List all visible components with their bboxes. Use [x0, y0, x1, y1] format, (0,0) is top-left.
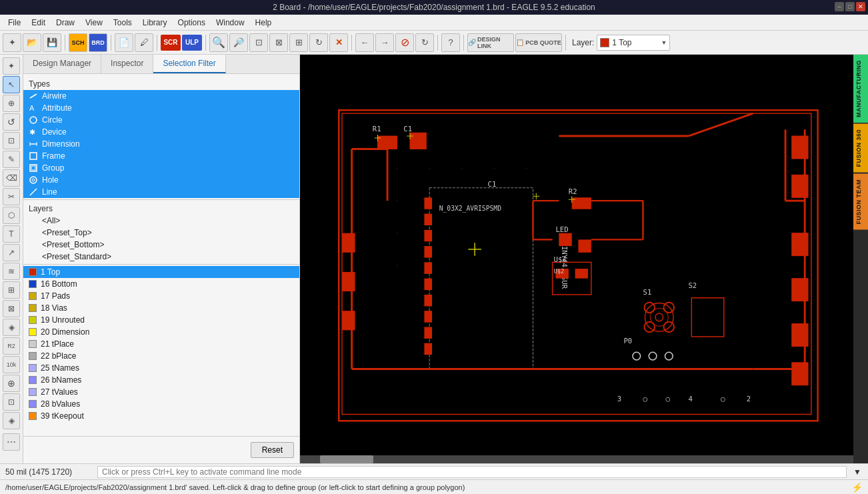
- fusion-team-panel-button[interactable]: FUSION TEAM: [853, 174, 868, 230]
- help-button[interactable]: ?: [441, 33, 460, 52]
- command-input[interactable]: [97, 466, 847, 478]
- tool-mirror[interactable]: ⊡: [3, 132, 20, 149]
- svg-text:2: 2: [747, 395, 751, 403]
- tool-c1[interactable]: ⊕: [3, 375, 20, 392]
- cam-button[interactable]: 📄: [115, 33, 133, 52]
- tool-via[interactable]: ⊞: [3, 281, 20, 299]
- tab-inspector[interactable]: Inspector: [101, 55, 153, 73]
- zoom-100-button[interactable]: ⊞: [289, 33, 308, 52]
- 3d-button[interactable]: 🖊: [135, 33, 153, 52]
- tool-draw[interactable]: ✎: [3, 151, 20, 168]
- layer-21-tplace[interactable]: 21 tPlace: [23, 338, 299, 350]
- menu-help[interactable]: Help: [250, 17, 277, 29]
- type-line[interactable]: Line: [23, 186, 299, 198]
- layer-18-vias[interactable]: 18 Vias: [23, 302, 299, 314]
- stop-button[interactable]: ⊘: [395, 33, 414, 52]
- preset-bottom[interactable]: <Preset_Bottom>: [23, 239, 299, 251]
- save-button[interactable]: 💾: [43, 33, 61, 52]
- tool-airwire[interactable]: ⊠: [3, 300, 20, 317]
- tool-delete[interactable]: ⌫: [3, 169, 20, 187]
- scrollbar-thumb[interactable]: [320, 455, 373, 463]
- layer-dropdown[interactable]: 1 Top ▼: [597, 35, 670, 51]
- menu-library[interactable]: Library: [137, 17, 173, 29]
- menu-draw[interactable]: Draw: [51, 17, 80, 29]
- type-airwire[interactable]: Airwire: [23, 90, 299, 102]
- cross-button[interactable]: ✕: [329, 33, 348, 52]
- maximize-button[interactable]: □: [845, 2, 855, 11]
- zoom-in-button[interactable]: 🔍: [209, 33, 228, 52]
- tool-expand[interactable]: ⋯: [3, 433, 20, 451]
- design-link-button[interactable]: 🔗 DESIGN LINK: [467, 33, 514, 52]
- layer-20-dimension[interactable]: 20 Dimension: [23, 326, 299, 338]
- open-button[interactable]: 📂: [23, 33, 41, 52]
- resume-button[interactable]: ↻: [415, 33, 434, 52]
- zoom-fit-button[interactable]: ⊡: [249, 33, 268, 52]
- type-hole[interactable]: Hole: [23, 174, 299, 186]
- redo-button[interactable]: →: [375, 33, 394, 52]
- menu-window[interactable]: Window: [211, 17, 250, 29]
- type-frame[interactable]: Frame: [23, 150, 299, 162]
- tool-pointer[interactable]: ↖: [3, 76, 20, 93]
- menu-view[interactable]: View: [80, 17, 108, 29]
- layer-26-bnames[interactable]: 26 bNames: [23, 374, 299, 386]
- close-button[interactable]: ✕: [856, 2, 865, 11]
- tab-design-manager[interactable]: Design Manager: [23, 55, 101, 73]
- canvas-scrollbar[interactable]: [300, 455, 853, 463]
- ulp-button[interactable]: ULP: [182, 35, 202, 51]
- type-circle[interactable]: Circle: [23, 114, 299, 126]
- svg-text:○: ○: [721, 395, 725, 403]
- layer-25-tnames[interactable]: 25 tNames: [23, 362, 299, 374]
- tool-r1[interactable]: R2: [3, 337, 20, 355]
- preset-standard[interactable]: <Preset_Standard>: [23, 251, 299, 263]
- tool-cut[interactable]: ✂: [3, 188, 20, 205]
- type-dimension[interactable]: Dimension: [23, 138, 299, 150]
- refresh-button[interactable]: ↻: [309, 33, 328, 52]
- undo-button[interactable]: ←: [355, 33, 374, 52]
- tool-move[interactable]: ⊕: [3, 95, 20, 112]
- layer-1-top[interactable]: 1 Top: [23, 266, 299, 278]
- zoom-out-button[interactable]: 🔎: [229, 33, 248, 52]
- type-device[interactable]: ✱ Device: [23, 126, 299, 138]
- svg-point-102: [493, 168, 495, 169]
- menu-file[interactable]: File: [3, 17, 26, 29]
- tool-text[interactable]: T: [3, 225, 20, 243]
- manufacturing-panel-button[interactable]: MANUFACTURING: [853, 55, 868, 123]
- board-button[interactable]: BRD: [89, 33, 107, 52]
- layer-39-tkeepout[interactable]: 39 tKeepout: [23, 410, 299, 422]
- command-expand-icon[interactable]: ▼: [852, 467, 863, 477]
- panel-content: Types Airwire A Attribute Circle: [23, 74, 299, 436]
- type-group[interactable]: Group: [23, 162, 299, 174]
- minimize-button[interactable]: –: [835, 2, 844, 11]
- layer-16-bottom[interactable]: 16 Bottom: [23, 278, 299, 290]
- layer-17-pads[interactable]: 17 Pads: [23, 290, 299, 302]
- zoom-selection-button[interactable]: ⊠: [269, 33, 288, 52]
- tool-c3[interactable]: ◈: [3, 412, 20, 429]
- preset-top[interactable]: <Preset_Top>: [23, 227, 299, 239]
- left-panel: Design Manager Inspector Selection Filte…: [23, 55, 300, 463]
- type-attribute[interactable]: A Attribute: [23, 102, 299, 114]
- layer-28-bvalues[interactable]: 28 bValues: [23, 398, 299, 410]
- menu-options[interactable]: Options: [173, 17, 211, 29]
- tab-selection-filter[interactable]: Selection Filter: [153, 55, 225, 73]
- menu-tools[interactable]: Tools: [108, 17, 137, 29]
- tool-drc[interactable]: ◈: [3, 319, 20, 336]
- pcb-quote-button[interactable]: 📋 PCB QUOTE: [515, 33, 562, 52]
- tool-r2[interactable]: 10k: [3, 356, 20, 373]
- new-button[interactable]: ✦: [3, 33, 21, 52]
- preset-all[interactable]: <All>: [23, 215, 299, 227]
- scr-button[interactable]: SCR: [161, 35, 181, 51]
- tool-arc[interactable]: ↗: [3, 244, 20, 261]
- tool-c2[interactable]: ⊡: [3, 393, 20, 411]
- layer-27-tvalues[interactable]: 27 tValues: [23, 386, 299, 398]
- tool-route[interactable]: ≋: [3, 263, 20, 280]
- layer-22-bplace[interactable]: 22 bPlace: [23, 350, 299, 362]
- tool-select[interactable]: ✦: [3, 57, 20, 75]
- tool-rotate[interactable]: ↺: [3, 113, 20, 131]
- layer-19-unrouted[interactable]: 19 Unrouted: [23, 314, 299, 326]
- menu-edit[interactable]: Edit: [26, 17, 51, 29]
- fusion360-panel-button[interactable]: FUSION 360: [853, 124, 868, 173]
- tool-polygon[interactable]: ⬡: [3, 207, 20, 224]
- canvas-area[interactable]: R1 C1: [300, 55, 853, 463]
- reset-button[interactable]: Reset: [251, 442, 294, 458]
- schematic-button[interactable]: SCH: [69, 33, 87, 52]
